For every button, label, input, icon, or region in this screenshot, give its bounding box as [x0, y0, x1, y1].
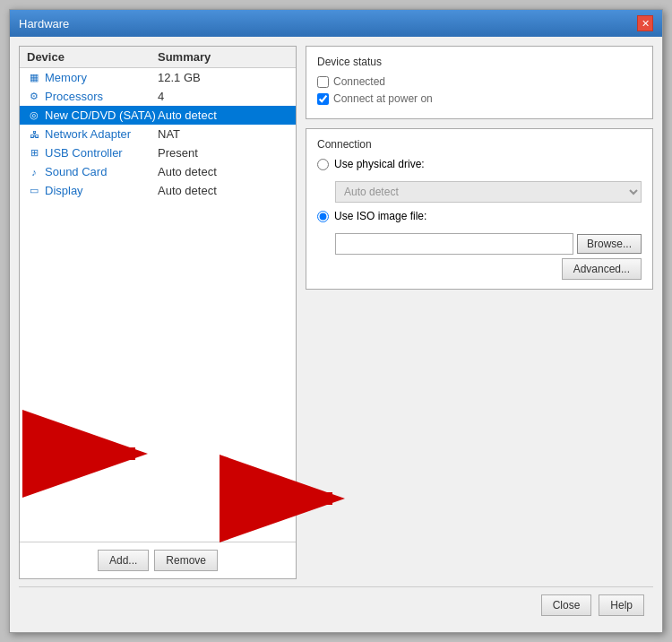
remove-button[interactable]: Remove — [154, 550, 218, 571]
header-summary: Summary — [158, 50, 289, 64]
bottom-buttons: Close Help — [19, 586, 653, 623]
physical-drive-select-row: Auto detect — [317, 178, 642, 203]
device-icon-5: ♪ — [27, 167, 41, 178]
left-buttons: Add... Remove — [20, 542, 296, 578]
spacer — [306, 299, 653, 570]
physical-drive-select[interactable]: Auto detect — [335, 181, 642, 203]
device-icon-4: ⊞ — [27, 147, 41, 159]
row-summary-3: NAT — [158, 127, 289, 141]
row-device-1: ⚙ Processors — [27, 90, 158, 103]
row-device-name-3: Network Adapter — [45, 127, 131, 141]
row-device-0: ▦ Memory — [27, 71, 158, 84]
iso-label: Use ISO image file: — [334, 210, 426, 222]
table-header: Device Summary — [20, 47, 296, 68]
row-device-name-4: USB Controller — [45, 146, 123, 160]
add-button[interactable]: Add... — [98, 550, 149, 571]
iso-row: Use ISO image file: — [317, 210, 642, 222]
header-device: Device — [27, 50, 158, 64]
device-icon-2: ◎ — [27, 109, 41, 121]
iso-input-row: Browse... — [317, 233, 642, 255]
table-row[interactable]: 🖧 Network Adapter NAT — [20, 125, 296, 143]
row-device-4: ⊞ USB Controller — [27, 146, 158, 160]
physical-drive-label: Use physical drive: — [334, 158, 425, 170]
right-panel: Device status Connected Connect at power… — [306, 46, 653, 579]
radio-group: Use physical drive: Auto detect Use ISO … — [317, 158, 642, 255]
physical-drive-radio[interactable] — [317, 159, 329, 170]
title-bar: Hardware ✕ — [10, 10, 662, 37]
dialog-body: Device Summary ▦ Memory 12.1 GB ⚙ Proces… — [10, 37, 662, 632]
row-device-2: ◎ New CD/DVD (SATA) — [27, 108, 158, 122]
row-device-name-6: Display — [45, 184, 83, 197]
iso-path-input[interactable] — [335, 233, 573, 255]
left-panel: Device Summary ▦ Memory 12.1 GB ⚙ Proces… — [19, 46, 297, 579]
row-device-name-1: Processors — [45, 90, 103, 103]
device-icon-3: 🖧 — [27, 129, 41, 140]
device-icon-1: ⚙ — [27, 91, 41, 102]
physical-drive-row: Use physical drive: — [317, 158, 642, 170]
row-summary-0: 12.1 GB — [158, 71, 289, 84]
row-summary-1: 4 — [158, 90, 289, 103]
table-row[interactable]: ▦ Memory 12.1 GB — [20, 68, 296, 87]
connect-power-row: Connect at power on — [317, 92, 642, 105]
table-row[interactable]: ⚙ Processors 4 — [20, 87, 296, 106]
row-device-6: ▭ Display — [27, 184, 158, 197]
iso-radio[interactable] — [317, 211, 329, 222]
row-summary-4: Present — [158, 146, 289, 160]
connection-title: Connection — [317, 138, 642, 151]
device-status-title: Device status — [317, 56, 642, 68]
device-status-section: Device status Connected Connect at power… — [306, 46, 653, 119]
device-icon-6: ▭ — [27, 185, 41, 196]
row-device-name-0: Memory — [45, 71, 87, 84]
advanced-row: Advanced... — [317, 258, 642, 280]
device-icon-0: ▦ — [27, 72, 41, 83]
hardware-dialog: Hardware ✕ Device Summary ▦ Memory 12.1 … — [9, 9, 663, 633]
row-summary-6: Auto detect — [158, 184, 289, 197]
dialog-title: Hardware — [19, 17, 69, 30]
row-device-3: 🖧 Network Adapter — [27, 127, 158, 141]
table-body: ▦ Memory 12.1 GB ⚙ Processors 4 ◎ New CD… — [20, 68, 296, 200]
advanced-button[interactable]: Advanced... — [562, 258, 642, 280]
connected-checkbox[interactable] — [317, 76, 329, 88]
close-dialog-button[interactable]: Close — [541, 594, 592, 616]
connected-text: Connected — [333, 75, 385, 88]
main-content: Device Summary ▦ Memory 12.1 GB ⚙ Proces… — [19, 46, 653, 579]
connect-power-checkbox[interactable] — [317, 93, 329, 105]
connection-section: Connection Use physical drive: Auto dete… — [306, 128, 653, 290]
connected-row: Connected — [317, 75, 642, 88]
table-row[interactable]: ♪ Sound Card Auto detect — [20, 162, 296, 181]
table-row[interactable]: ▭ Display Auto detect — [20, 181, 296, 200]
device-table: Device Summary ▦ Memory 12.1 GB ⚙ Proces… — [20, 47, 296, 542]
row-device-name-5: Sound Card — [45, 165, 107, 178]
connect-power-text: Connect at power on — [333, 92, 433, 105]
row-summary-2: Auto detect — [158, 108, 289, 122]
table-row[interactable]: ◎ New CD/DVD (SATA) Auto detect — [20, 106, 296, 125]
help-button[interactable]: Help — [599, 594, 644, 616]
close-button[interactable]: ✕ — [637, 15, 653, 31]
browse-button[interactable]: Browse... — [577, 234, 642, 254]
row-device-5: ♪ Sound Card — [27, 165, 158, 178]
row-summary-5: Auto detect — [158, 165, 289, 178]
table-row[interactable]: ⊞ USB Controller Present — [20, 143, 296, 162]
row-device-name-2: New CD/DVD (SATA) — [45, 108, 156, 122]
connected-label: Connected — [317, 75, 385, 88]
connect-power-label: Connect at power on — [317, 92, 433, 105]
